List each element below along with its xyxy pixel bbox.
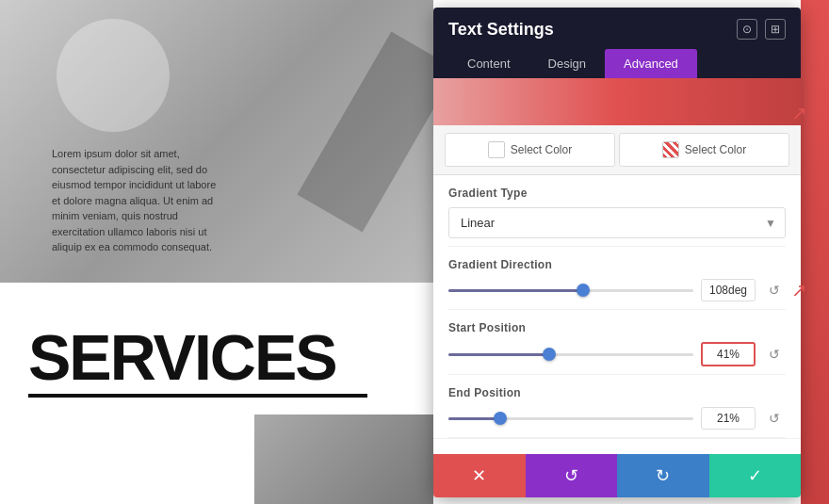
start-position-slider-row: 41% ↺ <box>448 342 786 366</box>
services-title: SERVICES <box>28 320 336 394</box>
reset-button[interactable]: ↺ <box>526 454 618 497</box>
end-position-slider[interactable] <box>448 409 693 428</box>
panel-header: Text Settings ⊙ ⊞ Content Design Advance… <box>433 8 801 78</box>
panel-title-row: Text Settings ⊙ ⊞ <box>448 19 786 40</box>
gradient-type-select[interactable]: Linear Radial <box>448 207 786 238</box>
direction-reset-btn[interactable]: ↺ <box>763 279 786 301</box>
color-selectors-row: Select Color Select Color <box>433 125 801 175</box>
panel-footer: ✕ ↺ ↻ ✓ <box>433 454 801 497</box>
gradient-direction-section: Gradient Direction 108deg ↺ <box>433 247 801 309</box>
slider-track-end <box>448 417 693 420</box>
gradient-direction-slider-row: 108deg ↺ <box>448 279 786 301</box>
gradient-type-label: Gradient Type <box>448 187 786 200</box>
end-position-reset-btn[interactable]: ↺ <box>763 407 786 430</box>
start-position-reset-btn[interactable]: ↺ <box>763 343 786 366</box>
arrow-annotation-2: ↗ <box>791 279 807 301</box>
end-position-label: End Position <box>448 386 786 399</box>
bottom-image <box>254 415 433 504</box>
color-swatch-2 <box>662 141 679 158</box>
color-select-btn-1[interactable]: Select Color <box>445 133 615 167</box>
slider-thumb-start[interactable] <box>543 348 556 361</box>
layout-icon[interactable]: ⊞ <box>765 19 786 40</box>
color-select-label-2: Select Color <box>685 143 746 156</box>
slider-fill-start <box>448 353 549 356</box>
gradient-type-section: Gradient Type Linear Radial ▼ <box>433 175 801 246</box>
admin-label-row[interactable]: Admin Label ▾ <box>433 438 801 454</box>
start-position-label: Start Position <box>448 321 786 334</box>
page-content: Lorem ipsum dolor sit amet, consectetur … <box>0 0 433 504</box>
end-position-section: End Position 21% ↺ <box>433 375 801 437</box>
slider-fill-direction <box>448 289 583 292</box>
panel-tabs: Content Design Advanced <box>448 49 786 78</box>
body-text-content: Lorem ipsum dolor sit amet, consectetur … <box>52 148 216 252</box>
gradient-direction-slider[interactable] <box>448 281 693 300</box>
direction-value-input[interactable]: 108deg <box>701 279 756 301</box>
color-select-btn-2[interactable]: Select Color <box>619 133 789 167</box>
slider-fill-end <box>448 417 500 420</box>
tab-content[interactable]: Content <box>448 49 529 78</box>
start-position-slider[interactable] <box>448 345 693 364</box>
gradient-preview <box>433 78 801 125</box>
color-select-label-1: Select Color <box>511 143 572 156</box>
text-settings-panel: Text Settings ⊙ ⊞ Content Design Advance… <box>433 8 801 497</box>
panel-body: Select Color Select Color Gradient Type … <box>433 78 801 454</box>
red-accent <box>801 0 829 504</box>
cancel-button[interactable]: ✕ <box>433 454 526 497</box>
slider-thumb-direction[interactable] <box>577 284 590 297</box>
body-text: Lorem ipsum dolor sit amet, consectetur … <box>52 146 226 255</box>
arrow-annotation-1: ↗ <box>791 102 807 124</box>
color-swatch-1 <box>488 141 505 158</box>
start-position-value-input[interactable]: 41% <box>701 342 756 366</box>
slider-track-start <box>448 353 693 356</box>
panel-title: Text Settings <box>448 20 554 40</box>
services-underline <box>28 394 367 398</box>
gradient-type-select-row: Linear Radial ▼ <box>448 207 786 238</box>
tab-design[interactable]: Design <box>529 49 605 78</box>
start-position-section: Start Position 41% ↺ <box>433 310 801 374</box>
slider-track-direction <box>448 289 693 292</box>
confirm-button[interactable]: ✓ <box>709 454 802 497</box>
redo-button[interactable]: ↻ <box>617 454 709 497</box>
gradient-direction-label: Gradient Direction <box>448 258 786 271</box>
focus-icon[interactable]: ⊙ <box>737 19 757 40</box>
panel-icon-group: ⊙ ⊞ <box>737 19 786 40</box>
end-position-slider-row: 21% ↺ <box>448 407 786 430</box>
slider-thumb-end[interactable] <box>494 412 507 425</box>
tab-advanced[interactable]: Advanced <box>605 49 697 78</box>
end-position-value-input[interactable]: 21% <box>701 407 756 430</box>
